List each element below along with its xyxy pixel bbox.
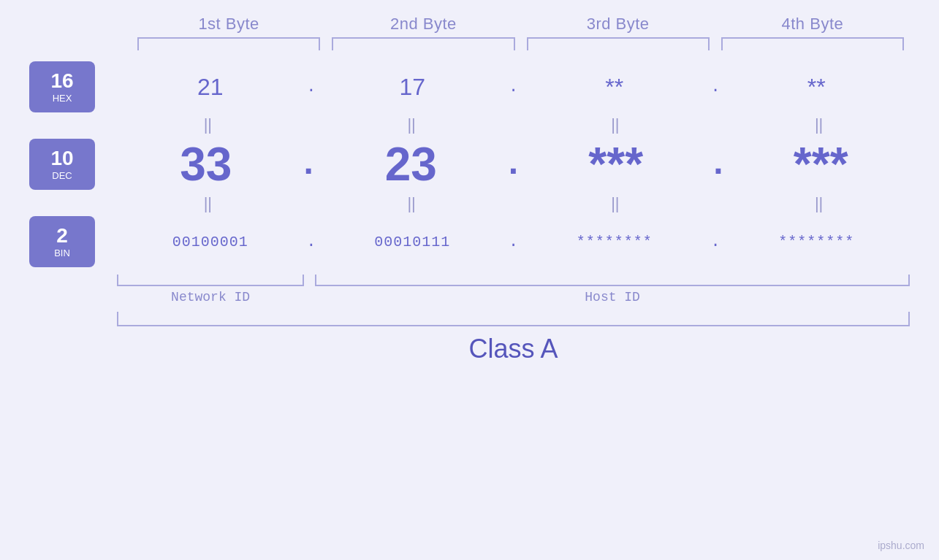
bottom-section: Network ID Host ID Class A bbox=[29, 275, 910, 364]
dec-val-3: *** bbox=[527, 137, 705, 191]
hex-badge: 16 HEX bbox=[29, 61, 95, 112]
byte-header-4: 4th Byte bbox=[715, 15, 910, 34]
hex-val-4: ** bbox=[723, 74, 910, 101]
hex-val-2: 17 bbox=[319, 74, 506, 101]
dec-badge: 10 DEC bbox=[29, 139, 95, 190]
network-bracket bbox=[117, 275, 304, 286]
eq1-dot3 bbox=[706, 115, 728, 134]
hex-row: 16 HEX 21 . 17 . ** . ** bbox=[29, 61, 910, 112]
bin-cells: 00100001 . 00010111 . ******** . *******… bbox=[117, 233, 910, 251]
main-container: 1st Byte 2nd Byte 3rd Byte 4th Byte 16 H… bbox=[0, 0, 939, 560]
dec-dot-1: . bbox=[295, 145, 322, 184]
dec-dot-3: . bbox=[705, 145, 732, 184]
bin-val-4: ******** bbox=[723, 234, 910, 250]
hex-val-1: 21 bbox=[117, 74, 303, 101]
dec-dot-2: . bbox=[500, 145, 527, 184]
bin-val-2: 00010111 bbox=[319, 234, 506, 250]
byte-headers: 1st Byte 2nd Byte 3rd Byte 4th Byte bbox=[29, 15, 910, 34]
hex-badge-name: HEX bbox=[53, 93, 72, 104]
host-bracket bbox=[315, 275, 910, 286]
eq1-dot1 bbox=[299, 115, 321, 134]
network-host-labels: Network ID Host ID bbox=[117, 290, 910, 304]
eq1-1: || bbox=[117, 115, 299, 134]
eq2-dot2 bbox=[503, 194, 525, 213]
eq1-4: || bbox=[728, 115, 910, 134]
top-bracket-1 bbox=[137, 37, 320, 50]
watermark: ipshu.com bbox=[878, 540, 924, 551]
bin-val-1: 00100001 bbox=[117, 234, 303, 250]
class-label: Class A bbox=[117, 334, 910, 364]
byte-header-1: 1st Byte bbox=[132, 15, 326, 34]
hex-cells: 21 . 17 . ** . ** bbox=[117, 74, 910, 101]
bin-dot-1: . bbox=[303, 233, 319, 251]
eq2-3: || bbox=[525, 194, 707, 213]
eq1-2: || bbox=[321, 115, 503, 134]
bin-badge-name: BIN bbox=[54, 248, 70, 258]
hex-dot-3: . bbox=[707, 78, 723, 96]
top-bracket-row bbox=[29, 37, 910, 50]
dec-val-1: 33 bbox=[117, 137, 295, 191]
eq2-4: || bbox=[728, 194, 910, 213]
bin-badge-num: 2 bbox=[56, 226, 68, 246]
dec-cells: 33 . 23 . *** . *** bbox=[117, 137, 910, 191]
dec-row: 10 DEC 33 . 23 . *** . *** bbox=[29, 137, 910, 191]
eq2-dot1 bbox=[299, 194, 321, 213]
eq2-dot3 bbox=[706, 194, 728, 213]
dec-val-4: *** bbox=[731, 137, 910, 191]
bin-dot-3: . bbox=[707, 233, 723, 251]
eq2-2: || bbox=[321, 194, 503, 213]
equals-row-2: || || || || bbox=[29, 194, 910, 213]
top-bracket-2 bbox=[332, 37, 514, 50]
top-bracket-4 bbox=[721, 37, 904, 50]
bin-dot-2: . bbox=[506, 233, 521, 251]
bin-val-3: ******** bbox=[521, 234, 707, 250]
bin-row: 2 BIN 00100001 . 00010111 . ******** . *… bbox=[29, 216, 910, 267]
eq2-1: || bbox=[117, 194, 299, 213]
network-id-label: Network ID bbox=[117, 290, 304, 304]
equals-row-1: || || || || bbox=[29, 115, 910, 134]
byte-header-3: 3rd Byte bbox=[521, 15, 715, 34]
dec-badge-name: DEC bbox=[52, 170, 72, 181]
hex-badge-num: 16 bbox=[50, 71, 73, 91]
network-host-brackets bbox=[117, 275, 910, 286]
hex-val-3: ** bbox=[521, 74, 707, 101]
eq1-dot2 bbox=[503, 115, 525, 134]
hex-dot-2: . bbox=[506, 78, 521, 96]
hex-dot-1: . bbox=[303, 78, 319, 96]
top-bracket-3 bbox=[527, 37, 710, 50]
byte-header-2: 2nd Byte bbox=[326, 15, 520, 34]
bin-badge: 2 BIN bbox=[29, 216, 95, 267]
class-bracket bbox=[117, 312, 910, 326]
dec-badge-num: 10 bbox=[50, 148, 73, 169]
dec-val-2: 23 bbox=[322, 137, 500, 191]
eq1-3: || bbox=[525, 115, 707, 134]
host-id-label: Host ID bbox=[315, 290, 910, 304]
